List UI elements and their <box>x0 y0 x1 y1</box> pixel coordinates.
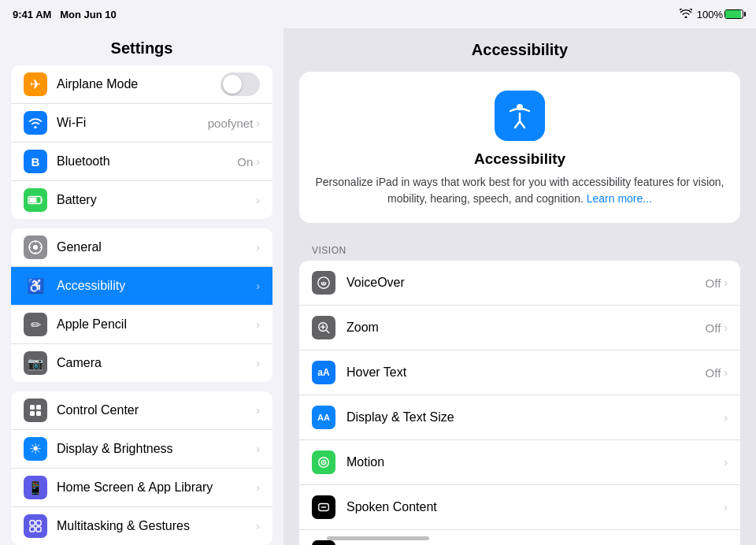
svg-rect-1 <box>29 198 36 202</box>
svg-rect-13 <box>36 521 41 525</box>
spoken-content-chevron: › <box>724 501 728 513</box>
battery-fill <box>725 10 741 18</box>
status-time-date: 9:41 AM Mon Jun 10 <box>13 9 117 20</box>
sidebar-item-bluetooth[interactable]: B Bluetooth On › <box>11 143 272 181</box>
general-icon <box>24 235 47 259</box>
battery-settings-icon <box>24 188 47 212</box>
camera-chevron: › <box>256 357 260 369</box>
hover-text-icon: aA <box>312 361 335 384</box>
svg-rect-14 <box>30 527 35 532</box>
wifi-chevron: › <box>256 117 260 129</box>
accessibility-label: Accessibility <box>57 279 256 293</box>
vision-settings-group: VoiceOver Off › Zoom Off › aA Hover <box>299 261 740 545</box>
accessibility-chevron: › <box>256 280 260 292</box>
bluetooth-chevron: › <box>256 155 260 168</box>
accessibility-card-title: Accessibility <box>315 150 724 168</box>
spoken-content-label: Spoken Content <box>346 500 724 514</box>
control-center-icon <box>24 399 47 422</box>
sidebar-group-connectivity: ✈ Airplane Mode Wi-Fi poofynet › <box>11 65 272 219</box>
display-brightness-icon: ☀ <box>24 437 47 461</box>
accessibility-settings-icon: ♿ <box>24 274 47 298</box>
motion-label: Motion <box>346 455 724 469</box>
sidebar-item-camera[interactable]: 📷 Camera › <box>11 344 272 382</box>
page-title: Accessibility <box>299 41 740 59</box>
zoom-chevron: › <box>724 321 728 334</box>
svg-rect-8 <box>30 405 35 410</box>
settings-row-hover-text[interactable]: aA Hover Text Off › <box>299 350 740 395</box>
accessibility-card-icon <box>495 91 545 141</box>
wifi-label: Wi-Fi <box>57 116 208 130</box>
sidebar-item-wifi[interactable]: Wi-Fi poofynet › <box>11 104 272 143</box>
display-text-size-icon: AA <box>312 406 335 429</box>
sidebar-group-personalization: Control Center › ☀ Display & Brightness … <box>11 391 272 545</box>
apple-pencil-chevron: › <box>256 318 260 331</box>
multitasking-label: Multitasking & Gestures <box>57 519 256 533</box>
sidebar-item-battery[interactable]: Battery › <box>11 181 272 219</box>
svg-rect-12 <box>30 521 35 525</box>
svg-rect-15 <box>36 527 41 532</box>
learn-more-link[interactable]: Learn more... <box>587 192 652 205</box>
sidebar-item-control-center[interactable]: Control Center › <box>11 391 272 430</box>
bluetooth-value: On <box>237 155 253 169</box>
svg-point-3 <box>33 245 38 250</box>
settings-row-zoom[interactable]: Zoom Off › <box>299 306 740 350</box>
wifi-settings-icon <box>24 111 47 135</box>
sidebar-list: ✈ Airplane Mode Wi-Fi poofynet › <box>0 65 284 545</box>
sidebar-title: Settings <box>0 28 284 65</box>
spoken-content-icon <box>312 495 335 519</box>
airplane-mode-label: Airplane Mode <box>57 77 220 91</box>
svg-point-22 <box>323 462 324 463</box>
audio-desc-icon <box>312 540 335 545</box>
sidebar-item-home-screen[interactable]: 📱 Home Screen & App Library › <box>11 469 272 507</box>
vision-section-label: VISION <box>299 245 740 256</box>
settings-row-display-text-size[interactable]: AA Display & Text Size › <box>299 395 740 440</box>
battery-indicator: 100% <box>697 9 743 20</box>
hover-text-value: Off <box>706 366 721 380</box>
settings-row-motion[interactable]: Motion › <box>299 440 740 485</box>
status-icons: 100% <box>680 9 743 20</box>
svg-rect-10 <box>30 411 35 416</box>
hover-text-label: Hover Text <box>346 365 706 380</box>
motion-icon <box>312 450 335 474</box>
voiceover-value: Off <box>706 276 721 290</box>
status-bar: 9:41 AM Mon Jun 10 100% <box>0 0 756 28</box>
accessibility-card: Accessibility Personalize iPad in ways t… <box>299 72 740 223</box>
home-screen-chevron: › <box>256 481 260 494</box>
multitasking-chevron: › <box>256 520 260 532</box>
accessibility-card-desc: Personalize iPad in ways that work best … <box>315 174 724 207</box>
general-chevron: › <box>256 241 260 254</box>
sidebar-item-display-brightness[interactable]: ☀ Display & Brightness › <box>11 430 272 469</box>
sidebar-group-system: General › ♿ Accessibility › ✏ Apple Penc… <box>11 228 272 382</box>
svg-rect-9 <box>36 405 41 410</box>
status-time: 9:41 AM <box>13 9 51 20</box>
right-panel: Accessibility Accessibility Personalize … <box>284 28 756 545</box>
control-center-chevron: › <box>256 404 260 417</box>
hover-text-chevron: › <box>724 366 728 379</box>
svg-rect-11 <box>36 411 41 416</box>
multitasking-icon <box>24 514 47 538</box>
airplane-mode-toggle[interactable] <box>220 72 260 96</box>
camera-label: Camera <box>57 356 256 370</box>
sidebar-item-general[interactable]: General › <box>11 228 272 267</box>
voiceover-icon <box>312 271 335 295</box>
motion-chevron: › <box>724 456 728 469</box>
apple-pencil-label: Apple Pencil <box>57 317 256 332</box>
display-text-size-chevron: › <box>724 411 728 424</box>
settings-row-voiceover[interactable]: VoiceOver Off › <box>299 261 740 306</box>
main-container: Settings ✈ Airplane Mode <box>0 28 756 545</box>
home-screen-icon: 📱 <box>24 476 47 499</box>
voiceover-chevron: › <box>724 276 728 289</box>
sidebar-item-airplane-mode[interactable]: ✈ Airplane Mode <box>11 65 272 104</box>
status-date: Mon Jun 10 <box>60 9 117 20</box>
bluetooth-label: Bluetooth <box>57 154 237 169</box>
display-text-size-label: Display & Text Size <box>346 410 724 425</box>
zoom-label: Zoom <box>346 321 706 335</box>
apple-pencil-icon: ✏ <box>24 313 47 336</box>
sidebar-item-multitasking[interactable]: Multitasking & Gestures › <box>11 507 272 545</box>
battery-bar <box>724 9 743 19</box>
wifi-value: poofynet <box>208 117 254 130</box>
bluetooth-icon: B <box>24 150 47 173</box>
sidebar-item-accessibility[interactable]: ♿ Accessibility › <box>11 267 272 306</box>
sidebar-item-apple-pencil[interactable]: ✏ Apple Pencil › <box>11 306 272 344</box>
settings-row-spoken-content[interactable]: Spoken Content › <box>299 485 740 530</box>
